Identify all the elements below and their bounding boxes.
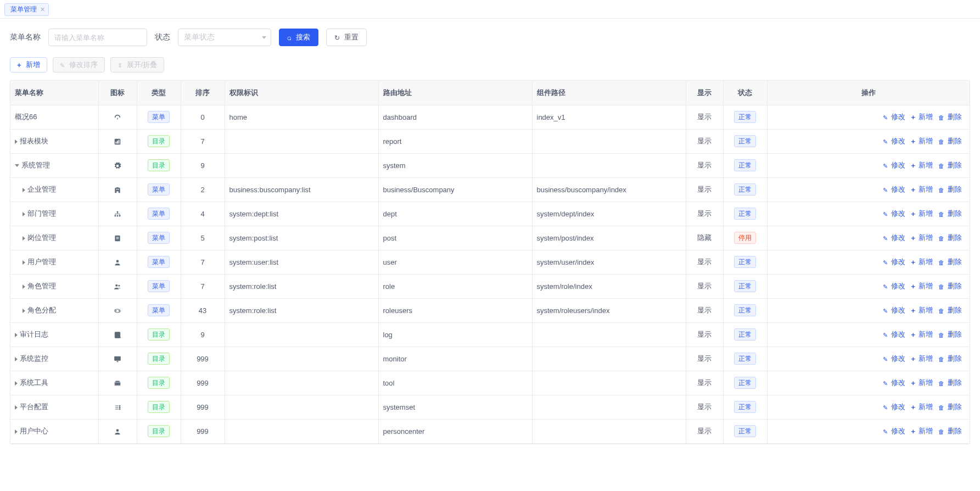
reset-button[interactable]: 重置 [326, 29, 367, 46]
expand-caret-icon[interactable] [15, 381, 18, 386]
add-link[interactable]: 新增 [911, 378, 933, 388]
add-button[interactable]: 新增 [10, 57, 47, 72]
chevron-down-icon [262, 36, 266, 39]
add-link[interactable]: 新增 [911, 185, 933, 194]
edit-icon [883, 427, 889, 436]
expand-caret-icon[interactable] [23, 260, 25, 265]
delete-link[interactable]: 删除 [938, 160, 962, 170]
edit-link[interactable]: 修改 [883, 136, 905, 146]
cell-sort: 999 [181, 347, 225, 371]
cell-icon [98, 226, 137, 250]
delete-link[interactable]: 删除 [938, 354, 962, 364]
cell-type: 目录 [137, 395, 181, 419]
add-icon [911, 282, 917, 291]
delete-link[interactable]: 删除 [938, 257, 962, 267]
expand-caret-icon[interactable] [15, 357, 18, 361]
add-label: 新增 [919, 281, 933, 291]
edit-link[interactable]: 修改 [883, 305, 905, 315]
cell-name: 系统工具 [10, 371, 98, 395]
expand-caret-icon[interactable] [23, 188, 25, 192]
row-name: 岗位管理 [27, 233, 56, 242]
expand-caret-icon[interactable] [15, 405, 18, 410]
add-icon [911, 113, 917, 121]
expand-caret-icon[interactable] [15, 429, 18, 434]
status-select[interactable]: 菜单状态 [178, 29, 271, 46]
add-link[interactable]: 新增 [911, 233, 933, 243]
add-icon [911, 210, 917, 218]
edit-link[interactable]: 修改 [883, 160, 905, 170]
modify-sort-button[interactable]: 修改排序 [53, 57, 105, 72]
search-button[interactable]: 搜索 [279, 29, 318, 46]
expand-caret-icon[interactable] [15, 140, 18, 144]
edit-link[interactable]: 修改 [883, 209, 905, 219]
expand-caret-icon[interactable] [23, 309, 25, 313]
edit-link[interactable]: 修改 [883, 185, 905, 194]
cell-type: 目录 [137, 347, 181, 371]
add-link[interactable]: 新增 [911, 402, 933, 412]
edit-link[interactable]: 修改 [883, 354, 905, 364]
edit-icon [883, 355, 889, 363]
add-link[interactable]: 新增 [911, 160, 933, 170]
svg-rect-1 [116, 142, 117, 144]
add-link[interactable]: 新增 [911, 136, 933, 146]
expand-caret-icon[interactable] [23, 284, 25, 289]
add-link[interactable]: 新增 [911, 281, 933, 291]
cell-component: business/buscompany/index [532, 177, 686, 202]
table-row: 系统监控目录999monitor显示正常修改新增删除 [10, 347, 970, 371]
edit-label: 修改 [891, 378, 905, 388]
edit-link[interactable]: 修改 [883, 402, 905, 412]
add-link[interactable]: 新增 [911, 426, 933, 436]
edit-link[interactable]: 修改 [883, 233, 905, 243]
type-tag: 目录 [148, 353, 170, 365]
cell-actions: 修改新增删除 [767, 347, 970, 371]
edit-label: 修改 [891, 112, 905, 122]
cell-perm [225, 129, 378, 153]
delete-link[interactable]: 删除 [938, 378, 962, 388]
expand-caret-icon[interactable] [15, 333, 18, 337]
close-icon[interactable]: ✕ [40, 6, 45, 13]
cell-component [532, 395, 686, 419]
expand-collapse-button[interactable]: 展开/折叠 [110, 57, 165, 72]
add-link[interactable]: 新增 [911, 257, 933, 267]
cell-actions: 修改新增删除 [767, 371, 970, 395]
delete-link[interactable]: 删除 [938, 136, 962, 146]
tab-menu-management[interactable]: 菜单管理 ✕ [4, 3, 49, 16]
cell-show: 显示 [686, 419, 723, 443]
table-row: 企业管理菜单2business:buscompany:listbusiness/… [10, 177, 970, 202]
add-link[interactable]: 新增 [911, 305, 933, 315]
delete-link[interactable]: 删除 [938, 305, 962, 315]
svg-point-4 [117, 211, 119, 213]
delete-link[interactable]: 删除 [938, 426, 962, 436]
expand-caret-icon[interactable] [15, 164, 19, 167]
delete-label: 删除 [948, 257, 962, 267]
edit-link[interactable]: 修改 [883, 378, 905, 388]
delete-link[interactable]: 删除 [938, 402, 962, 412]
delete-link[interactable]: 删除 [938, 185, 962, 194]
table-row: 报表模块目录7report显示正常修改新增删除 [10, 129, 970, 153]
edit-link[interactable]: 修改 [883, 112, 905, 122]
row-name: 概况66 [15, 113, 37, 121]
add-link[interactable]: 新增 [911, 112, 933, 122]
add-icon [911, 258, 917, 266]
delete-link[interactable]: 删除 [938, 209, 962, 219]
expand-caret-icon[interactable] [23, 236, 25, 241]
menu-name-input[interactable] [48, 29, 147, 46]
add-link[interactable]: 新增 [911, 330, 933, 339]
status-tag: 正常 [734, 401, 756, 413]
expand-caret-icon[interactable] [23, 212, 25, 216]
delete-link[interactable]: 删除 [938, 281, 962, 291]
edit-link[interactable]: 修改 [883, 257, 905, 267]
expand-icon [117, 61, 124, 69]
delete-link[interactable]: 删除 [938, 112, 962, 122]
delete-link[interactable]: 删除 [938, 233, 962, 243]
edit-link[interactable]: 修改 [883, 281, 905, 291]
cell-component: system/roleusers/index [532, 298, 686, 322]
add-link[interactable]: 新增 [911, 209, 933, 219]
add-icon [911, 403, 917, 411]
add-link[interactable]: 新增 [911, 354, 933, 364]
edit-link[interactable]: 修改 [883, 426, 905, 436]
svg-point-21 [119, 409, 120, 410]
table-row: 角色分配菜单43system:role:listroleuserssystem/… [10, 298, 970, 322]
delete-link[interactable]: 删除 [938, 330, 962, 339]
edit-link[interactable]: 修改 [883, 330, 905, 339]
